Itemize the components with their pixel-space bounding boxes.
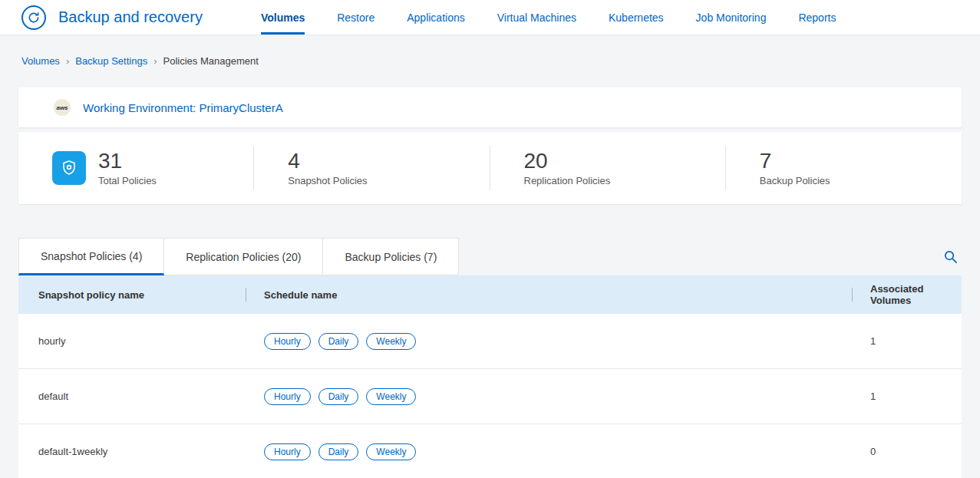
nav-item-volumes[interactable]: Volumes [261, 0, 305, 35]
tab-snapshot-policies[interactable]: Snapshot Policies (4) [18, 238, 164, 275]
schedule-pills: Hourly Daily Weekly [246, 443, 852, 460]
stat-replication-policies: 20 Replication Policies [490, 132, 726, 204]
stat-snapshot-policies: 4 Snapshot Policies [254, 132, 490, 204]
snapshot-policies-table: Snapshot policy name Schedule name Assoc… [18, 275, 962, 478]
backup-policies-label: Backup Policies [760, 175, 830, 186]
table-row[interactable]: hourly Hourly Daily Weekly 1 [18, 314, 962, 369]
associated-volumes-count: 1 [852, 391, 962, 402]
tab-backup-policies[interactable]: Backup Policies (7) [323, 238, 459, 275]
policy-name: default [18, 391, 246, 402]
working-environment-card: aws Working Environment: PrimaryClusterA [18, 87, 962, 127]
total-policies-label: Total Policies [98, 175, 157, 186]
schedule-pills: Hourly Daily Weekly [246, 333, 852, 350]
aws-provider-icon: aws [54, 99, 71, 116]
schedule-pill: Hourly [264, 388, 311, 405]
nav-item-kubernetes[interactable]: Kubernetes [609, 0, 664, 35]
nav-item-virtual-machines[interactable]: Virtual Machines [497, 0, 576, 35]
breadcrumb-volumes[interactable]: Volumes [21, 55, 60, 67]
backup-policies-value: 7 [760, 150, 830, 173]
top-nav: Volumes Restore Applications Virtual Mac… [261, 0, 836, 35]
table-header-row: Snapshot policy name Schedule name Assoc… [18, 275, 962, 314]
schedule-pill: Daily [318, 443, 359, 460]
shield-icon [52, 151, 86, 185]
associated-volumes-count: 0 [852, 446, 962, 457]
associated-volumes-count: 1 [852, 335, 962, 347]
schedule-pill: Hourly [264, 333, 311, 350]
nav-item-job-monitoring[interactable]: Job Monitoring [696, 0, 767, 35]
search-icon[interactable] [939, 246, 962, 269]
breadcrumb: Volumes › Backup Settings › Policies Man… [21, 54, 959, 68]
top-bar: Backup and recovery Volumes Restore Appl… [0, 0, 980, 35]
snapshot-policies-label: Snapshot Policies [288, 175, 367, 186]
stat-backup-policies: 7 Backup Policies [726, 132, 962, 204]
stat-total-policies: 31 Total Policies [18, 132, 254, 204]
schedule-pill: Daily [318, 388, 359, 405]
policies-tabs: Snapshot Policies (4) Replication Polici… [18, 238, 962, 275]
main-content: aws Working Environment: PrimaryClusterA… [18, 87, 962, 204]
breadcrumb-current-page: Policies Management [163, 55, 259, 67]
sync-backup-logo-icon [21, 5, 46, 30]
column-header-policy-name: Snapshot policy name [18, 289, 246, 301]
table-row[interactable]: default Hourly Daily Weekly 1 [18, 369, 962, 424]
nav-item-applications[interactable]: Applications [407, 0, 465, 35]
chevron-right-icon: › [66, 55, 69, 67]
nav-item-reports[interactable]: Reports [798, 0, 836, 35]
table-row[interactable]: default-1weekly Hourly Daily Weekly 0 [18, 424, 962, 478]
nav-item-restore[interactable]: Restore [337, 0, 375, 35]
chevron-right-icon: › [153, 55, 157, 67]
policy-name: default-1weekly [18, 446, 246, 457]
replication-policies-label: Replication Policies [524, 175, 611, 186]
breadcrumb-backup-settings[interactable]: Backup Settings [75, 55, 147, 67]
policies-summary-card: 31 Total Policies 4 Snapshot Policies 20… [18, 132, 962, 204]
replication-policies-value: 20 [524, 150, 611, 173]
policy-name: hourly [18, 335, 246, 347]
schedule-pill: Weekly [366, 333, 416, 350]
total-policies-value: 31 [98, 150, 157, 173]
schedule-pill: Weekly [366, 388, 416, 405]
snapshot-policies-value: 4 [288, 150, 367, 173]
schedule-pills: Hourly Daily Weekly [246, 388, 852, 405]
tab-replication-policies[interactable]: Replication Policies (20) [164, 238, 323, 275]
column-header-schedule-name: Schedule name [246, 289, 852, 301]
app-title: Backup and recovery [58, 8, 203, 26]
working-environment-link[interactable]: Working Environment: PrimaryClusterA [83, 101, 283, 114]
column-header-associated-volumes: Associated Volumes [852, 283, 962, 306]
schedule-pill: Weekly [366, 443, 416, 460]
schedule-pill: Daily [318, 333, 359, 350]
schedule-pill: Hourly [264, 443, 311, 460]
